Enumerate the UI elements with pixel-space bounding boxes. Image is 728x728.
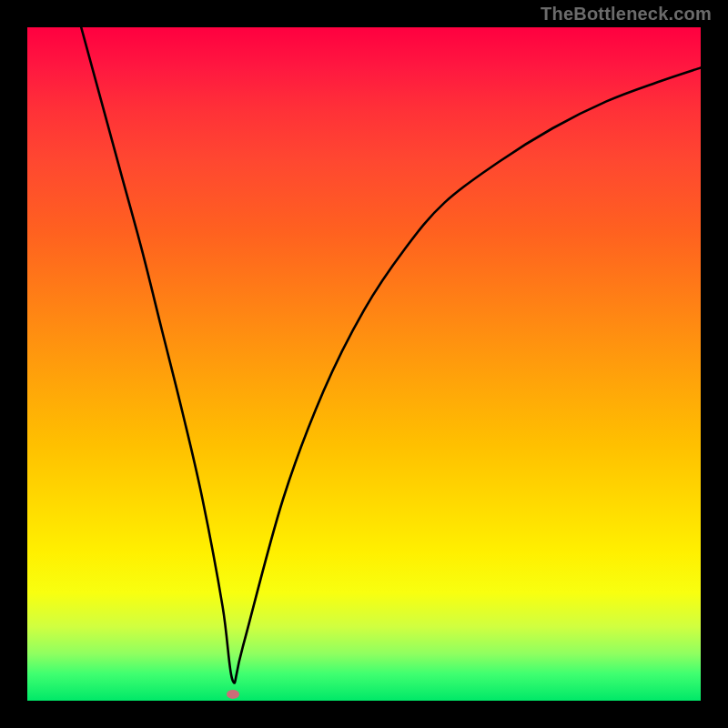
plot-area: [27, 27, 701, 701]
background-gradient: [27, 27, 701, 701]
optimal-point-marker: [227, 690, 239, 699]
watermark-text: TheBottleneck.com: [541, 4, 712, 25]
chart-frame: TheBottleneck.com: [0, 0, 728, 728]
